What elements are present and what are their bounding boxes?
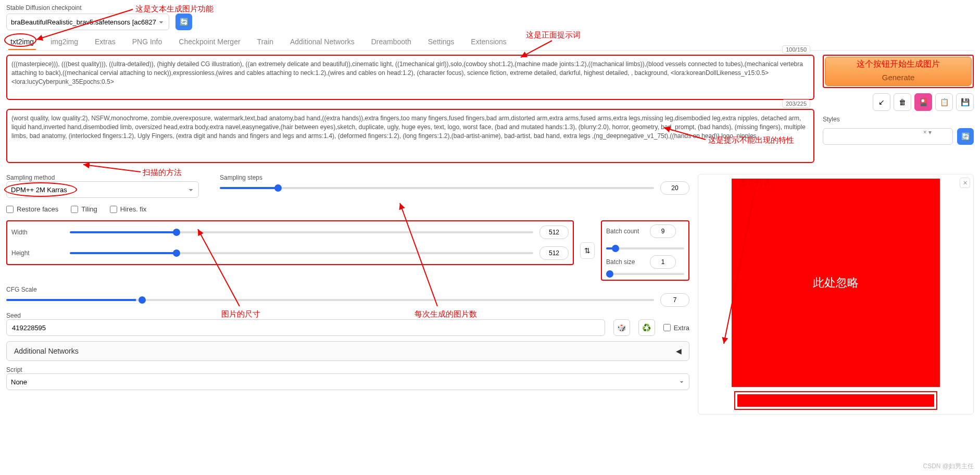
- sampling-method-label: Sampling method: [6, 174, 199, 181]
- prompt-input[interactable]: (((masterpiece))), (((best quality))), (…: [6, 55, 814, 100]
- generate-button[interactable]: Generate: [825, 57, 972, 86]
- tab-txt2img[interactable]: txt2img: [8, 34, 36, 50]
- seed-input[interactable]: [6, 319, 605, 336]
- styles-label: Styles: [823, 116, 840, 123]
- save-icon[interactable]: 💾: [956, 93, 974, 111]
- output-panel: ✕ 此处忽略: [698, 174, 974, 415]
- height-label: Height: [11, 249, 64, 257]
- seed-label: Seed: [6, 312, 689, 319]
- trash-icon[interactable]: 🗑: [894, 93, 911, 111]
- prompt-counter: 100/150: [782, 45, 810, 54]
- neg-prompt-counter: 203/225: [782, 99, 810, 108]
- batch-count-value[interactable]: [650, 224, 676, 238]
- sampling-method-select[interactable]: DPM++ 2M Karras: [6, 181, 199, 198]
- neg-prompt-input[interactable]: (worst quality, low quality:2), NSFW,mon…: [6, 109, 814, 163]
- tab-pnginfo[interactable]: PNG Info: [130, 34, 165, 50]
- width-slider[interactable]: [70, 231, 533, 233]
- recycle-icon[interactable]: ♻️: [638, 319, 655, 336]
- tiling-check[interactable]: Tiling: [71, 205, 97, 213]
- sampling-steps-slider[interactable]: [220, 187, 654, 189]
- output-image: 此处忽略: [732, 179, 940, 387]
- restore-faces-check[interactable]: Restore faces: [6, 205, 58, 213]
- dice-icon[interactable]: 🎲: [613, 319, 630, 336]
- batch-size-label: Batch size: [606, 258, 644, 266]
- arrow-icon[interactable]: ↙: [873, 93, 890, 111]
- close-icon[interactable]: ✕: [960, 178, 970, 188]
- tab-train[interactable]: Train: [255, 34, 275, 50]
- tab-extensions[interactable]: Extensions: [469, 34, 508, 50]
- width-value[interactable]: [539, 226, 569, 239]
- script-label: Script: [6, 366, 689, 373]
- additional-networks-accordion[interactable]: Additional Networks ◀: [6, 341, 689, 361]
- batch-count-label: Batch count: [606, 228, 644, 235]
- height-value[interactable]: [539, 246, 569, 260]
- clipboard-icon[interactable]: 📋: [935, 93, 953, 111]
- sampling-steps-value[interactable]: [660, 181, 689, 195]
- hires-fix-check[interactable]: Hires. fix: [110, 205, 147, 213]
- tab-dreambooth[interactable]: Dreambooth: [369, 34, 413, 50]
- cfg-slider[interactable]: [6, 299, 654, 301]
- chevron-left-icon: ◀: [676, 347, 682, 355]
- seed-extra-check[interactable]: Extra: [663, 324, 689, 332]
- cfg-value[interactable]: [660, 293, 689, 307]
- swap-dims-icon[interactable]: ⇅: [580, 242, 595, 259]
- checkpoint-label: Stable Diffusion checkpoint: [6, 4, 169, 11]
- styles-select[interactable]: × ▾: [823, 128, 953, 145]
- refresh-icon[interactable]: 🔄: [175, 14, 192, 30]
- sampling-steps-label: Sampling steps: [220, 174, 689, 181]
- output-gallery[interactable]: [734, 391, 937, 410]
- batch-size-slider[interactable]: [606, 273, 684, 275]
- tab-img2img[interactable]: img2img: [48, 34, 80, 50]
- tab-additional-networks[interactable]: Additional Networks: [288, 34, 357, 50]
- cfg-label: CFG Scale: [6, 286, 689, 293]
- tab-extras[interactable]: Extras: [93, 34, 118, 50]
- main-tabs: txt2img img2img Extras PNG Info Checkpoi…: [6, 34, 974, 51]
- checkpoint-select[interactable]: braBeautifulRealistic_brav5.safetensors …: [6, 14, 169, 30]
- styles-refresh-icon[interactable]: 🔄: [957, 128, 974, 145]
- height-slider[interactable]: [70, 252, 533, 254]
- width-label: Width: [11, 229, 64, 236]
- batch-size-value[interactable]: [650, 255, 676, 269]
- tab-checkpoint-merger[interactable]: Checkpoint Merger: [177, 34, 242, 50]
- script-select[interactable]: None: [6, 373, 689, 390]
- tab-settings[interactable]: Settings: [426, 34, 457, 50]
- card-icon[interactable]: 🎴: [914, 93, 932, 111]
- batch-count-slider[interactable]: [606, 247, 684, 249]
